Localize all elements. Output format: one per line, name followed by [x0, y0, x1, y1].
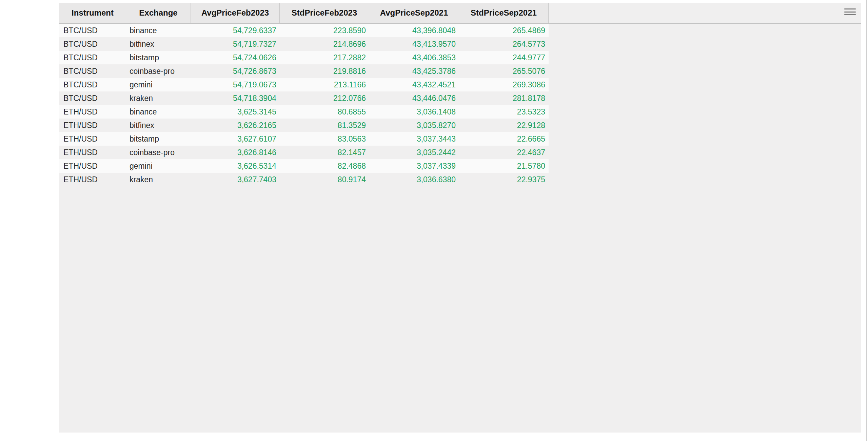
column-header-avgpricesep2021[interactable]: AvgPriceSep2021: [369, 3, 459, 23]
std-price-feb2023-cell: 223.8590: [280, 24, 369, 37]
exchange-cell: bitfinex: [126, 119, 191, 132]
column-header-instrument[interactable]: Instrument: [59, 3, 126, 23]
std-price-feb2023-cell: 80.6855: [280, 105, 369, 119]
instrument-cell: ETH/USD: [59, 159, 126, 173]
table-header-row: Instrument Exchange AvgPriceFeb2023 StdP…: [59, 3, 549, 23]
table-row: ETH/USDcoinbase-pro3,626.814682.14573,03…: [59, 146, 549, 159]
avg-price-feb2023-cell: 54,724.0626: [191, 51, 280, 64]
exchange-cell: kraken: [126, 173, 191, 186]
std-price-feb2023-cell: 82.4868: [280, 159, 369, 173]
instrument-cell: ETH/USD: [59, 132, 126, 146]
exchange-cell: gemini: [126, 78, 191, 91]
avg-price-feb2023-cell: 3,627.6107: [191, 132, 280, 146]
column-header-stdpricesep2021[interactable]: StdPriceSep2021: [459, 3, 549, 23]
table-row: ETH/USDbitfinex3,626.216581.35293,035.82…: [59, 119, 549, 132]
std-price-sep2021-cell: 265.4869: [459, 24, 549, 37]
avg-price-feb2023-cell: 54,718.3904: [191, 91, 280, 105]
std-price-sep2021-cell: 265.5076: [459, 64, 549, 78]
std-price-sep2021-cell: 22.4637: [459, 146, 549, 159]
table-row: ETH/USDbinance3,625.314580.68553,036.140…: [59, 105, 549, 119]
column-header-avgpricefeb2023[interactable]: AvgPriceFeb2023: [191, 3, 280, 23]
instrument-cell: ETH/USD: [59, 105, 126, 119]
avg-price-feb2023-cell: 54,719.0673: [191, 78, 280, 91]
avg-price-feb2023-cell: 3,626.2165: [191, 119, 280, 132]
table-row: ETH/USDbitstamp3,627.610783.05633,037.34…: [59, 132, 549, 146]
avg-price-sep2021-cell: 3,037.4339: [369, 159, 459, 173]
exchange-cell: kraken: [126, 91, 191, 105]
exchange-cell: coinbase-pro: [126, 64, 191, 78]
std-price-feb2023-cell: 217.2882: [280, 51, 369, 64]
table-row: BTC/USDbitstamp54,724.0626217.288243,406…: [59, 51, 549, 64]
std-price-sep2021-cell: 269.3086: [459, 78, 549, 91]
avg-price-sep2021-cell: 3,035.2442: [369, 146, 459, 159]
exchange-cell: bitfinex: [126, 37, 191, 51]
avg-price-sep2021-cell: 3,036.6380: [369, 173, 459, 186]
avg-price-feb2023-cell: 54,719.7327: [191, 37, 280, 51]
std-price-feb2023-cell: 81.3529: [280, 119, 369, 132]
avg-price-sep2021-cell: 43,432.4521: [369, 78, 459, 91]
exchange-cell: bitstamp: [126, 132, 191, 146]
table-body: BTC/USDbinance54,729.6337223.859043,396.…: [59, 24, 549, 186]
std-price-feb2023-cell: 214.8696: [280, 37, 369, 51]
avg-price-feb2023-cell: 54,726.8673: [191, 64, 280, 78]
avg-price-feb2023-cell: 3,627.7403: [191, 173, 280, 186]
instrument-cell: ETH/USD: [59, 119, 126, 132]
std-price-feb2023-cell: 213.1166: [280, 78, 369, 91]
instrument-cell: BTC/USD: [59, 24, 126, 37]
std-price-feb2023-cell: 80.9174: [280, 173, 369, 186]
avg-price-feb2023-cell: 54,729.6337: [191, 24, 280, 37]
avg-price-feb2023-cell: 3,625.3145: [191, 105, 280, 119]
std-price-sep2021-cell: 21.5780: [459, 159, 549, 173]
std-price-feb2023-cell: 212.0766: [280, 91, 369, 105]
std-price-sep2021-cell: 281.8178: [459, 91, 549, 105]
table-row: BTC/USDcoinbase-pro54,726.8673219.881643…: [59, 64, 549, 78]
exchange-cell: bitstamp: [126, 51, 191, 64]
table-row: ETH/USDgemini3,626.531482.48683,037.4339…: [59, 159, 549, 173]
exchange-cell: binance: [126, 24, 191, 37]
column-header-exchange[interactable]: Exchange: [126, 3, 191, 23]
hamburger-bar: [844, 8, 856, 9]
avg-price-feb2023-cell: 3,626.8146: [191, 146, 280, 159]
std-price-feb2023-cell: 83.0563: [280, 132, 369, 146]
avg-price-sep2021-cell: 43,446.0476: [369, 91, 459, 105]
grid-topbar: Instrument Exchange AvgPriceFeb2023 StdP…: [59, 3, 861, 24]
avg-price-sep2021-cell: 43,396.8048: [369, 24, 459, 37]
std-price-sep2021-cell: 22.6665: [459, 132, 549, 146]
avg-price-sep2021-cell: 3,037.3443: [369, 132, 459, 146]
std-price-feb2023-cell: 219.8816: [280, 64, 369, 78]
std-price-sep2021-cell: 22.9375: [459, 173, 549, 186]
hamburger-bar: [844, 12, 856, 13]
avg-price-sep2021-cell: 3,036.1408: [369, 105, 459, 119]
avg-price-feb2023-cell: 3,626.5314: [191, 159, 280, 173]
instrument-cell: ETH/USD: [59, 146, 126, 159]
exchange-cell: binance: [126, 105, 191, 119]
column-header-stdpricefeb2023[interactable]: StdPriceFeb2023: [280, 3, 369, 23]
exchange-cell: gemini: [126, 159, 191, 173]
instrument-cell: BTC/USD: [59, 64, 126, 78]
table-row: BTC/USDgemini54,719.0673213.116643,432.4…: [59, 78, 549, 91]
instrument-cell: ETH/USD: [59, 173, 126, 186]
instrument-cell: BTC/USD: [59, 37, 126, 51]
instrument-cell: BTC/USD: [59, 51, 126, 64]
instrument-cell: BTC/USD: [59, 91, 126, 105]
avg-price-sep2021-cell: 43,406.3853: [369, 51, 459, 64]
avg-price-sep2021-cell: 3,035.8270: [369, 119, 459, 132]
std-price-sep2021-cell: 22.9128: [459, 119, 549, 132]
hamburger-bar: [844, 14, 856, 15]
table-row: ETH/USDkraken3,627.740380.91743,036.6380…: [59, 173, 549, 186]
data-grid-container: Instrument Exchange AvgPriceFeb2023 StdP…: [59, 3, 861, 433]
hamburger-menu-icon[interactable]: [844, 8, 856, 15]
scrollbar-track[interactable]: [866, 0, 867, 441]
instrument-cell: BTC/USD: [59, 78, 126, 91]
avg-price-sep2021-cell: 43,413.9570: [369, 37, 459, 51]
std-price-sep2021-cell: 244.9777: [459, 51, 549, 64]
table-row: BTC/USDbitfinex54,719.7327214.869643,413…: [59, 37, 549, 51]
std-price-feb2023-cell: 82.1457: [280, 146, 369, 159]
exchange-cell: coinbase-pro: [126, 146, 191, 159]
table-row: BTC/USDbinance54,729.6337223.859043,396.…: [59, 24, 549, 37]
std-price-sep2021-cell: 264.5773: [459, 37, 549, 51]
avg-price-sep2021-cell: 43,425.3786: [369, 64, 459, 78]
table-row: BTC/USDkraken54,718.3904212.076643,446.0…: [59, 91, 549, 105]
std-price-sep2021-cell: 23.5323: [459, 105, 549, 119]
